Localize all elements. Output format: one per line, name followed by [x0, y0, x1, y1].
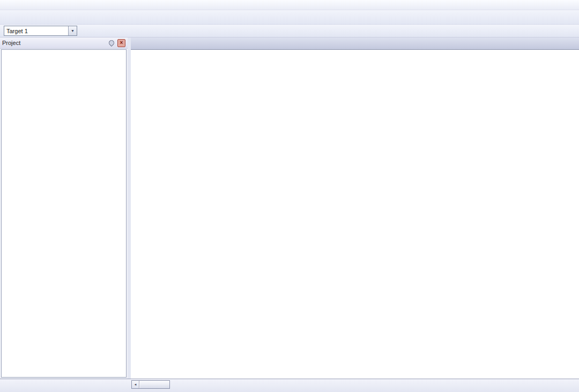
scrollbar-thumb[interactable] — [139, 381, 169, 388]
project-panel: Project × — [0, 37, 128, 379]
project-panel-title: Project — [2, 40, 109, 46]
close-icon[interactable]: × — [117, 39, 125, 47]
target-select-value: Target 1 — [4, 28, 68, 34]
editor-horizontal-scrollbar[interactable]: ◂ — [131, 380, 170, 389]
project-tree[interactable] — [1, 49, 127, 378]
project-panel-header: Project × — [0, 37, 128, 49]
editor-area — [131, 37, 579, 379]
bottom-tab-bar: ◂ — [0, 379, 579, 392]
menu-bar — [0, 0, 579, 10]
document-tab-bar — [131, 37, 579, 50]
target-select[interactable]: Target 1 ▼ — [4, 26, 77, 36]
main-toolbar — [0, 10, 579, 25]
chevron-down-icon[interactable]: ▼ — [68, 26, 77, 35]
pin-icon[interactable] — [108, 39, 115, 47]
code-editor[interactable] — [131, 50, 579, 379]
scroll-left-icon[interactable]: ◂ — [132, 381, 139, 388]
build-toolbar: Target 1 ▼ — [0, 25, 579, 37]
